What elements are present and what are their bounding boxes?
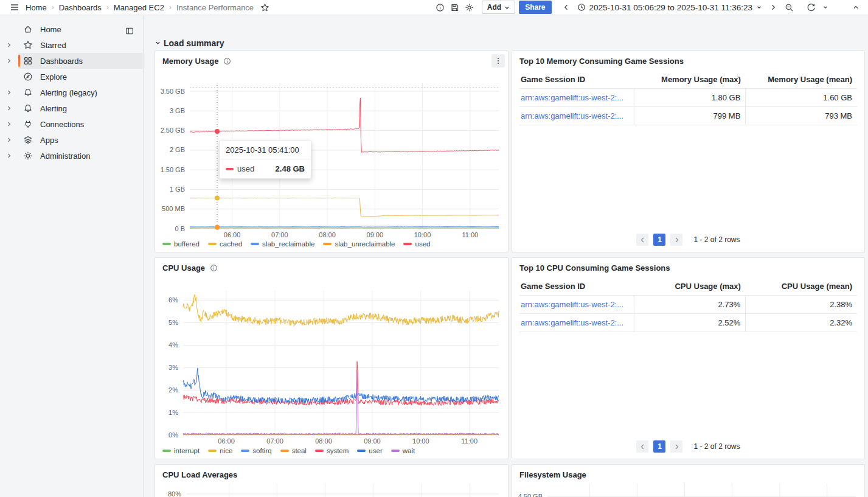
sidebar-item-surface[interactable]: Starred: [18, 37, 143, 53]
cpu-chart-legend: interruptnicesoftirqstealsystemuserwait: [162, 447, 415, 454]
sidebar-item-surface[interactable]: Alerting: [18, 100, 143, 116]
breadcrumb-home[interactable]: Home: [26, 3, 47, 12]
panel-menu-kebab-icon[interactable]: [491, 54, 505, 68]
legend-item-user[interactable]: user: [357, 447, 382, 454]
legend-item-nice[interactable]: nice: [208, 447, 232, 454]
chevron-right-icon[interactable]: [0, 136, 18, 144]
cpu-usage-chart[interactable]: 06:0007:0008:0009:0010:0011:000%1%2%3%4%…: [159, 279, 503, 450]
panel-header[interactable]: Top 10 Memory Consuming Game Sessions: [512, 51, 864, 66]
svg-text:07:00: 07:00: [266, 437, 283, 445]
panel-title[interactable]: CPU Usage: [162, 263, 205, 273]
sidebar-item-administration[interactable]: Administration: [0, 148, 143, 164]
legend-item-slab_unreclaimable[interactable]: slab_unreclaimable: [323, 240, 395, 248]
panel-info-icon[interactable]: [433, 1, 448, 14]
info-icon[interactable]: [210, 264, 218, 272]
legend-item-used[interactable]: used: [403, 240, 430, 248]
add-button[interactable]: Add: [482, 1, 515, 14]
svg-text:08:00: 08:00: [319, 231, 336, 238]
panel-header[interactable]: CPU Load Averages: [155, 465, 508, 479]
chevron-right-icon[interactable]: [0, 120, 18, 128]
info-icon[interactable]: [223, 57, 231, 65]
sidebar-item-starred[interactable]: Starred: [0, 37, 143, 53]
column-header-game-session-id[interactable]: Game Session ID: [519, 277, 634, 296]
game-session-link[interactable]: arn:aws:gamelift:us-west-2:...: [521, 300, 629, 309]
panel-title[interactable]: CPU Load Averages: [162, 470, 237, 479]
pagination-page-1[interactable]: 1: [653, 234, 665, 246]
sidebar-item-surface[interactable]: Connections: [18, 116, 143, 132]
column-header-cpu-max[interactable]: CPU Usage (max): [634, 277, 746, 296]
time-range-forward-icon[interactable]: [766, 1, 780, 14]
panel-header[interactable]: Filesystem Usage: [512, 465, 864, 479]
breadcrumb-managed-ec2[interactable]: Managed EC2: [114, 3, 164, 12]
sidebar-item-home[interactable]: Home: [0, 21, 143, 37]
memory-usage-chart[interactable]: 06:0007:0008:0009:0010:0011:000 B500 MB1…: [159, 72, 503, 243]
legend-item-steal[interactable]: steal: [280, 447, 307, 454]
pagination-prev-icon[interactable]: [636, 234, 648, 246]
column-header-game-session-id[interactable]: Game Session ID: [519, 71, 634, 89]
panel-header[interactable]: Memory Usage: [155, 51, 508, 66]
legend-color-swatch: [208, 450, 217, 452]
sidebar-item-label: Starred: [40, 41, 66, 50]
panel-title[interactable]: Top 10 CPU Consuming Game Sessions: [519, 263, 670, 273]
zoom-out-time-icon[interactable]: [782, 1, 796, 14]
chevron-right-icon[interactable]: [0, 89, 18, 96]
chevron-right-icon[interactable]: [0, 152, 18, 159]
refresh-interval-dropdown-icon[interactable]: [818, 1, 833, 14]
panel-title[interactable]: Top 10 Memory Consuming Game Sessions: [519, 57, 684, 66]
column-header-cpu-mean[interactable]: CPU Usage (mean): [746, 277, 857, 296]
sidebar-item-apps[interactable]: Apps: [0, 132, 143, 148]
sidebar-item-explore[interactable]: Explore: [0, 69, 143, 85]
sidebar-item-surface[interactable]: Dashboards: [18, 53, 143, 69]
refresh-icon[interactable]: [804, 1, 818, 14]
sidebar-item-surface[interactable]: Apps: [18, 132, 143, 148]
chevron-right-icon[interactable]: [0, 57, 18, 64]
legend-item-wait[interactable]: wait: [391, 447, 415, 454]
panel-title[interactable]: Filesystem Usage: [519, 470, 586, 479]
game-session-link[interactable]: arn:aws:gamelift:us-west-2:...: [521, 318, 629, 327]
pagination-next-icon[interactable]: [670, 440, 682, 453]
pagination-next-icon[interactable]: [670, 234, 682, 246]
legend-item-buffered[interactable]: buffered: [162, 240, 200, 248]
panel-header[interactable]: CPU Usage: [155, 258, 508, 273]
breadcrumb-dashboards[interactable]: Dashboards: [59, 3, 102, 12]
column-header-memory-mean[interactable]: Memory Usage (mean): [746, 71, 857, 89]
sidebar-item-alerting-legacy[interactable]: Alerting (legacy): [0, 85, 143, 100]
column-header-memory-max[interactable]: Memory Usage (max): [634, 71, 746, 89]
pagination-page-1[interactable]: 1: [653, 440, 665, 453]
legend-item-softirq[interactable]: softirq: [241, 447, 271, 454]
game-session-link[interactable]: arn:aws:gamelift:us-west-2:...: [521, 111, 629, 120]
game-session-link[interactable]: arn:aws:gamelift:us-west-2:...: [521, 93, 629, 102]
save-dashboard-icon[interactable]: [448, 1, 462, 14]
series-slab_unreclaimable: [190, 227, 499, 228]
panel-title[interactable]: Memory Usage: [162, 57, 218, 66]
dashboard-settings-gear-icon[interactable]: [462, 1, 477, 14]
filesystem-usage-chart[interactable]: 4.50 GB4 GB: [516, 483, 860, 497]
svg-text:2%: 2%: [168, 386, 178, 394]
collapse-controls-icon[interactable]: [849, 1, 863, 14]
dashboard-canvas: Load summary Memory Usage 06:0007:0008:0…: [144, 30, 868, 497]
chevron-right-icon[interactable]: [0, 105, 18, 112]
sidebar-item-surface[interactable]: Administration: [18, 148, 143, 164]
sidebar-item-dashboards[interactable]: Dashboards: [0, 53, 143, 69]
cpu-load-averages-chart[interactable]: 80%70%: [159, 483, 503, 497]
time-range-picker[interactable]: 2025-10-31 05:06:29 to 2025-10-31 11:36:…: [574, 1, 766, 14]
panel-header[interactable]: Top 10 CPU Consuming Game Sessions: [512, 258, 864, 273]
row-load-summary[interactable]: Load summary: [155, 35, 865, 50]
time-range-back-icon[interactable]: [559, 1, 574, 14]
legend-item-system[interactable]: system: [315, 447, 349, 454]
sidebar-item-alerting[interactable]: Alerting: [0, 100, 143, 116]
legend-item-cached[interactable]: cached: [208, 240, 242, 248]
legend-item-interrupt[interactable]: interrupt: [162, 447, 200, 454]
sidebar-item-surface[interactable]: Explore: [18, 69, 143, 85]
legend-label: softirq: [252, 447, 271, 454]
share-button[interactable]: Share: [519, 1, 551, 14]
pagination-prev-icon[interactable]: [636, 440, 648, 453]
collapse-sidebar-icon[interactable]: [122, 24, 137, 38]
legend-label: slab_unreclaimable: [335, 240, 395, 248]
sidebar-item-surface[interactable]: Alerting (legacy): [18, 85, 143, 100]
sidebar-item-connections[interactable]: Connections: [0, 116, 143, 132]
chevron-right-icon[interactable]: [0, 41, 18, 49]
favorite-star-icon[interactable]: [257, 1, 272, 14]
hamburger-menu-icon[interactable]: [7, 1, 22, 14]
legend-item-slab_reclaimable[interactable]: slab_reclaimable: [251, 240, 314, 248]
